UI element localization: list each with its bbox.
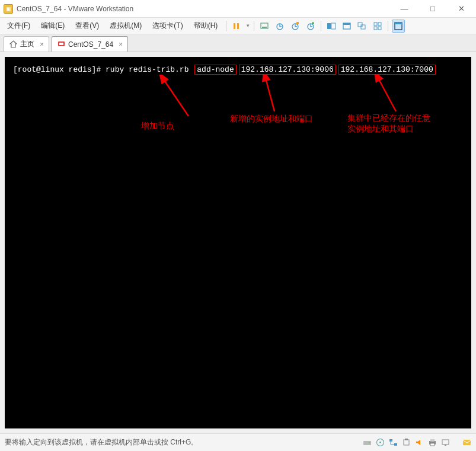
menu-file[interactable]: 文件(F) [2, 19, 35, 33]
tab-close-icon[interactable]: × [40, 40, 44, 49]
snapshot-manage-icon[interactable] [289, 20, 302, 33]
dropdown-caret-icon[interactable]: ▼ [245, 23, 250, 28]
fullscreen-icon[interactable] [392, 20, 405, 33]
svg-rect-0 [234, 23, 235, 29]
svg-rect-36 [442, 440, 449, 444]
menu-view[interactable]: 查看(V) [71, 19, 104, 33]
svg-point-28 [379, 442, 381, 443]
svg-rect-29 [389, 439, 392, 442]
toolbar-view [325, 20, 384, 33]
svg-rect-1 [237, 23, 239, 29]
thumbnail-icon[interactable] [371, 20, 384, 33]
annotation-line: 集群中已经存在的任意 [347, 113, 430, 123]
svg-rect-8 [327, 23, 331, 29]
tab-close-icon[interactable]: × [119, 40, 123, 49]
annotation-add-node: 增加节点 [141, 121, 174, 132]
svg-rect-19 [395, 23, 402, 24]
annotation-existing-instance: 集群中已经存在的任意 实例地址和其端口 [347, 113, 430, 134]
svg-rect-21 [59, 43, 63, 45]
tab-home-label: 主页 [20, 39, 34, 49]
unity-icon[interactable] [356, 20, 369, 33]
annotation-new-instance: 新增的实例地址和端口 [230, 114, 313, 124]
svg-point-26 [369, 442, 370, 443]
toolbar-tools [258, 20, 317, 33]
annotation-line: 实例地址和其端口 [347, 123, 430, 134]
svg-rect-25 [363, 441, 371, 445]
svg-rect-32 [405, 439, 408, 440]
cmd-new-instance: 192.168.127.130:9006 [239, 65, 336, 75]
close-button[interactable]: ✕ [452, 4, 470, 13]
svg-rect-37 [445, 444, 446, 446]
menu-edit[interactable]: 编辑(E) [36, 19, 69, 33]
window-titlebar: ▣ CentOS_7_64 - VMware Workstation — □ ✕ [0, 0, 476, 18]
app-icon: ▣ [4, 4, 13, 14]
sound-icon[interactable] [414, 438, 424, 447]
toolbar-separator [388, 21, 388, 31]
svg-rect-17 [378, 27, 381, 30]
tab-home[interactable]: 主页 × [4, 36, 49, 52]
usb-icon[interactable] [401, 438, 411, 447]
snapshot-icon[interactable] [273, 20, 286, 33]
fit-guest-icon[interactable] [325, 20, 338, 33]
display-icon[interactable] [440, 438, 450, 447]
send-ctrl-alt-del-icon[interactable] [258, 20, 271, 33]
tab-vm[interactable]: CentOS_7_64 × [52, 36, 128, 52]
toolbar-separator [226, 21, 226, 31]
cmd-text: ruby redis-trib.rb [106, 65, 189, 74]
toolbar-playback: ▼ [230, 20, 250, 33]
arrow-icon [372, 75, 408, 116]
tabs-bar: 主页 × CentOS_7_64 × [0, 34, 476, 52]
status-text: 要将输入定向到该虚拟机，请在虚拟机内部单击或按 Ctrl+G。 [5, 437, 362, 447]
toolbar-separator [321, 21, 321, 31]
svg-line-24 [378, 78, 396, 111]
network-icon[interactable] [388, 438, 398, 447]
pause-icon[interactable] [230, 20, 243, 33]
arrow-icon [260, 75, 283, 116]
arrow-icon [159, 75, 194, 122]
svg-rect-15 [378, 23, 381, 25]
console-view-icon[interactable] [340, 20, 353, 33]
window-controls: — □ ✕ [395, 4, 470, 13]
home-icon [9, 40, 17, 49]
cd-icon[interactable] [375, 438, 385, 447]
svg-rect-31 [404, 440, 409, 445]
shell-prompt: [root@linux redis]# [13, 65, 101, 74]
svg-rect-11 [343, 23, 350, 25]
menu-vm[interactable]: 虚拟机(M) [105, 19, 146, 33]
tab-vm-label: CentOS_7_64 [68, 40, 113, 49]
svg-rect-9 [331, 23, 336, 29]
svg-rect-30 [394, 443, 397, 446]
menu-bar: 文件(F) 编辑(E) 查看(V) 虚拟机(M) 选项卡(T) 帮助(H) ▼ [0, 18, 476, 34]
toolbar-separator [254, 21, 254, 31]
menu-help[interactable]: 帮助(H) [189, 19, 223, 33]
svg-rect-35 [430, 443, 435, 446]
terminal-line: [root@linux redis]# ruby redis-trib.rb a… [13, 65, 467, 74]
svg-rect-6 [296, 22, 299, 24]
printer-icon[interactable] [427, 438, 437, 447]
disk-icon[interactable] [362, 438, 372, 447]
terminal-view[interactable]: [root@linux redis]# ruby redis-trib.rb a… [5, 57, 471, 428]
snapshot-revert-icon[interactable] [304, 20, 317, 33]
cmd-existing-instance: 192.168.127.130:7000 [338, 65, 436, 75]
svg-line-22 [164, 79, 189, 116]
svg-rect-3 [262, 27, 267, 28]
svg-rect-14 [374, 23, 377, 25]
cmd-add-node: add-node [194, 65, 236, 75]
svg-line-23 [266, 78, 274, 111]
device-tray [362, 438, 471, 447]
window-title: CentOS_7_64 - VMware Workstation [17, 5, 395, 13]
maximize-button[interactable]: □ [424, 4, 442, 13]
svg-rect-16 [374, 27, 377, 30]
message-icon[interactable] [462, 438, 471, 447]
vm-icon [57, 40, 65, 49]
svg-rect-34 [430, 439, 435, 442]
status-bar: 要将输入定向到该虚拟机，请在虚拟机内部单击或按 Ctrl+G。 [0, 433, 476, 451]
minimize-button[interactable]: — [395, 4, 413, 13]
menu-tabs[interactable]: 选项卡(T) [148, 19, 187, 33]
